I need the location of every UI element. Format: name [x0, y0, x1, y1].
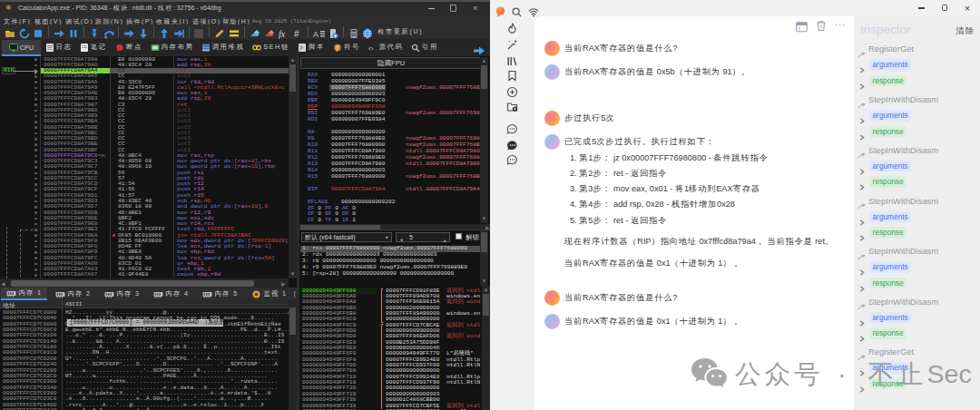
svg-text:ƒ: ƒ [336, 44, 339, 52]
svg-text:S: S [196, 29, 201, 38]
svg-text:‹›: ‹› [368, 44, 374, 53]
svg-text:#: # [294, 29, 299, 39]
svg-text:A: A [313, 30, 318, 39]
svg-text:fx: fx [279, 29, 286, 39]
